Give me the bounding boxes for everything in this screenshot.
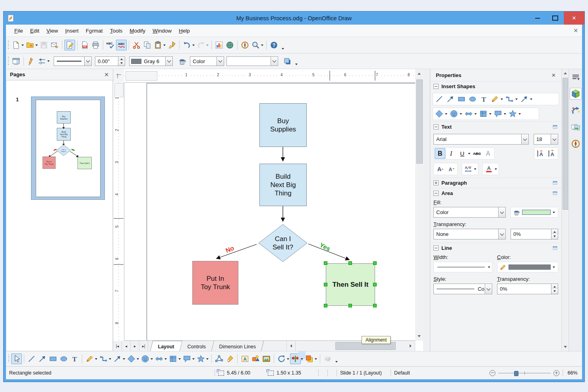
insert-line-button[interactable] xyxy=(434,94,445,104)
grow-font-button[interactable]: A xyxy=(435,164,445,174)
ruler-margin-mark[interactable] xyxy=(114,218,124,219)
basic-shapes-button[interactable] xyxy=(434,108,445,119)
menu-file[interactable]: File xyxy=(11,26,27,35)
zoom-dropdown-icon[interactable] xyxy=(261,44,263,47)
draw-line-button[interactable] xyxy=(26,353,37,364)
tab-layout[interactable]: Layout xyxy=(150,341,182,351)
line-style-select[interactable]: Co xyxy=(433,284,492,294)
page-viewport[interactable]: BuySupplies BuildNext BigThing Can ISell… xyxy=(124,82,415,341)
line-style-arrow-icon[interactable] xyxy=(485,284,492,294)
vertical-scrollbar[interactable] xyxy=(415,69,423,341)
toolbar-overflow-icon[interactable] xyxy=(282,48,284,51)
zoom-track[interactable] xyxy=(498,373,551,373)
section-area[interactable]: Area xyxy=(430,188,561,198)
insert-rectangle-button[interactable] xyxy=(456,94,467,104)
alignment-dropdown-icon[interactable] xyxy=(301,358,303,361)
prop-scroll-down-icon[interactable] xyxy=(562,344,569,350)
selection-handle[interactable] xyxy=(373,283,377,286)
ruler-margin-mark[interactable] xyxy=(329,71,330,81)
stars-dropdown-icon[interactable] xyxy=(206,358,209,361)
stars-button[interactable] xyxy=(195,353,206,364)
font-size-arrow-icon[interactable] xyxy=(551,134,558,144)
collapse-icon[interactable] xyxy=(433,245,439,251)
sidebar-tab-gallery[interactable] xyxy=(570,122,581,133)
symbol-shapes-button[interactable] xyxy=(140,353,151,364)
area-fill-color-button[interactable] xyxy=(511,207,558,218)
font-name-value[interactable]: Arial xyxy=(434,136,521,142)
zoom-button[interactable] xyxy=(250,40,261,50)
new-dropdown-icon[interactable] xyxy=(21,44,24,47)
selection-handle[interactable] xyxy=(373,261,377,265)
line-dialog-launcher-icon[interactable] xyxy=(552,245,558,251)
auto-spellcheck-button[interactable] xyxy=(116,40,127,50)
previous-page-button[interactable]: ◂ xyxy=(122,341,131,351)
decrease-spacing-button[interactable]: A xyxy=(546,148,557,159)
insert-connector-button[interactable] xyxy=(504,94,515,104)
text-dialog-launcher-icon[interactable] xyxy=(552,124,558,129)
line-width-dropdown-icon[interactable] xyxy=(488,266,490,269)
menu-insert[interactable]: Insert xyxy=(62,26,82,35)
line-transparency-spinner[interactable] xyxy=(551,284,558,294)
strikethrough-button[interactable]: ABC xyxy=(472,148,482,159)
paragraph-dialog-launcher-icon[interactable] xyxy=(552,180,558,185)
curve-dropdown-icon[interactable] xyxy=(501,98,503,101)
cut-button[interactable] xyxy=(131,40,142,50)
alignment-button[interactable] xyxy=(290,353,301,364)
toolbar-drag-handle[interactable] xyxy=(8,41,9,50)
collapse-icon[interactable] xyxy=(433,84,439,89)
tab-dimension-lines[interactable]: Dimension Lines xyxy=(211,341,264,351)
glue-points-button[interactable] xyxy=(224,353,235,364)
section-text[interactable]: Text xyxy=(430,122,561,132)
sidebar-tab-animation[interactable] xyxy=(570,105,581,116)
insert-text-button[interactable] xyxy=(478,94,489,104)
font-name-arrow-icon[interactable] xyxy=(521,134,528,144)
section-insert-shapes[interactable]: Insert Shapes xyxy=(430,81,561,91)
shadow-button[interactable] xyxy=(282,56,293,67)
lines-arrows-dropdown-icon[interactable] xyxy=(123,358,125,361)
shrink-font-button[interactable]: A xyxy=(446,164,456,174)
stars-dropdown-icon[interactable] xyxy=(518,113,521,116)
draw-arrow-button[interactable] xyxy=(37,353,48,364)
fill-type-arrow-icon[interactable] xyxy=(217,57,224,66)
open-dropdown-icon[interactable] xyxy=(35,44,38,47)
document-close-icon[interactable]: ✕ xyxy=(573,27,578,34)
fill-color-select[interactable] xyxy=(226,56,278,66)
callouts-button[interactable] xyxy=(493,108,503,119)
object-size-cell[interactable]: 1.50 x 1.35 xyxy=(265,367,318,379)
area-style-button[interactable] xyxy=(177,56,188,67)
fill-color-arrow-icon[interactable] xyxy=(271,57,278,66)
email-button[interactable] xyxy=(49,40,60,50)
font-color-button[interactable]: A xyxy=(484,164,494,174)
line-dialog-button[interactable] xyxy=(26,56,37,67)
horizontal-ruler[interactable]: 1 2 3 4 5 6 7 8 xyxy=(124,69,415,83)
sidebar-splitter[interactable] xyxy=(423,69,430,351)
print-button[interactable] xyxy=(90,40,101,50)
fill-type-select[interactable]: Color xyxy=(190,56,224,66)
flowchart-dropdown-icon[interactable] xyxy=(489,113,491,116)
transparency-type-select[interactable]: None xyxy=(433,229,506,239)
zoom-out-icon[interactable] xyxy=(489,370,495,376)
connector-tool-button[interactable] xyxy=(98,353,109,364)
menu-tools[interactable]: Tools xyxy=(106,26,126,35)
arrange-dropdown-icon[interactable] xyxy=(315,358,317,361)
flowchart-shapes-button[interactable] xyxy=(478,108,489,119)
selection-handle[interactable] xyxy=(348,261,352,265)
callouts-button[interactable] xyxy=(182,353,192,364)
sidebar-tab-navigator[interactable] xyxy=(570,138,581,149)
copy-button[interactable] xyxy=(142,40,153,50)
area-fill-type-select[interactable]: Color xyxy=(433,207,506,218)
menu-help[interactable]: Help xyxy=(175,26,193,35)
line-style-arrow-icon[interactable] xyxy=(84,57,91,66)
clone-formatting-button[interactable] xyxy=(166,40,177,50)
block-arrows-dropdown-icon[interactable] xyxy=(474,113,477,116)
flowchart-shapes-button[interactable] xyxy=(168,353,178,364)
menu-modify[interactable]: Modify xyxy=(126,26,149,35)
title-bar[interactable]: My Business Process.odg - OpenOffice Dra… xyxy=(4,12,584,25)
increase-spacing-button[interactable]: A xyxy=(535,148,546,159)
edit-points-button[interactable] xyxy=(214,353,224,364)
vertical-scroll-thumb[interactable] xyxy=(416,79,423,164)
arrow-style-dropdown-icon[interactable] xyxy=(47,60,50,63)
menu-edit[interactable]: Edit xyxy=(27,26,43,35)
export-pdf-button[interactable] xyxy=(79,40,90,50)
insert-curve-button[interactable] xyxy=(489,94,500,104)
